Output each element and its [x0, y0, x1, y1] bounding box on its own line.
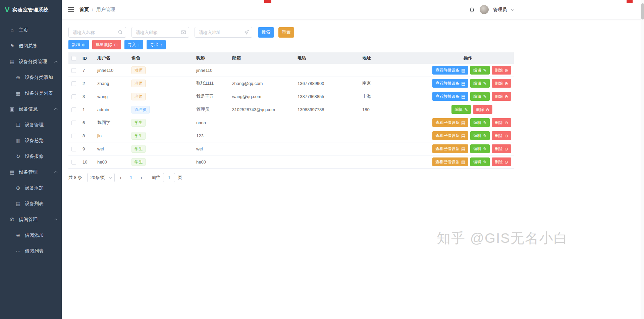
row-checkbox[interactable] — [71, 107, 76, 112]
cell-role: 学生 — [128, 129, 193, 142]
sidebar-item[interactable]: ▤设备管理 — [0, 164, 62, 180]
delete-button[interactable]: 删除 ⊖ — [473, 105, 492, 114]
batch-delete-button[interactable]: 批量删除 ⊖ — [92, 40, 121, 49]
watermark: 知乎 @GIS无名小白 — [437, 229, 568, 247]
sidebar-item[interactable]: ⊕设备分类添加 — [0, 70, 62, 85]
plus-circle-icon: ⊕ — [82, 43, 86, 47]
view-borrowed-devices-button[interactable]: 查看已借设备 ▤ — [432, 144, 468, 153]
row-checkbox[interactable] — [71, 160, 76, 165]
view-borrowed-devices-button[interactable]: 查看已借设备 ▤ — [432, 118, 468, 127]
view-taught-devices-button[interactable]: 查看教授设备 ▤ — [432, 66, 468, 75]
search-button[interactable]: 搜索 — [258, 27, 274, 38]
edit-button[interactable]: 编辑 ✎ — [451, 105, 471, 114]
checkbox-cell — [68, 90, 79, 103]
add-button[interactable]: 新增 ⊕ — [68, 40, 89, 49]
edit-button[interactable]: 编辑 ✎ — [470, 157, 490, 166]
delete-button[interactable]: 删除 ⊖ — [492, 118, 511, 127]
cell-role: 老师 — [128, 77, 193, 90]
cell-nickname: wei — [193, 142, 229, 155]
cell-username: 魏同学 — [94, 116, 128, 129]
breadcrumb-home[interactable]: 首页 — [79, 7, 89, 13]
row-checkbox[interactable] — [71, 81, 76, 86]
sidebar-item[interactable]: ▤设备列表 — [0, 196, 62, 212]
address-input-wrap — [195, 27, 252, 38]
sidebar-item[interactable]: ⌂主页 — [0, 22, 62, 38]
sidebar-item[interactable]: ⋯借阅列表 — [0, 243, 62, 259]
sidebar-item[interactable]: ⚑借阅总览 — [0, 38, 62, 54]
row-checkbox[interactable] — [71, 121, 76, 125]
cell-address — [359, 129, 422, 142]
avatar[interactable] — [480, 5, 489, 14]
column-header: ID — [79, 52, 94, 64]
doc-icon: ▤ — [461, 121, 465, 125]
sidebar-item[interactable]: ▣设备信息 — [0, 101, 62, 117]
edit-button[interactable]: 编辑 ✎ — [470, 131, 490, 140]
cell-username: admin — [94, 103, 128, 116]
view-borrowed-devices-button[interactable]: 查看已借设备 ▤ — [432, 131, 468, 140]
export-button[interactable]: 导出 ↑ — [147, 40, 166, 49]
cell-address: 180 — [359, 103, 422, 116]
sidebar-item[interactable]: ▥设备总览 — [0, 133, 62, 148]
cell-address — [359, 116, 422, 129]
edit-button[interactable]: 编辑 ✎ — [470, 66, 490, 75]
sidebar-item[interactable]: ▦设备分类列表 — [0, 85, 62, 101]
next-page-button[interactable]: › — [136, 175, 146, 180]
cell-actions: 查看教授设备 ▤编辑 ✎删除 ⊖ — [425, 90, 514, 103]
cell-email — [229, 129, 294, 142]
row-checkbox[interactable] — [71, 147, 76, 151]
select-all-cell — [68, 52, 79, 64]
page-size-select[interactable]: 20条/页 — [87, 173, 115, 182]
delete-button[interactable]: 删除 ⊖ — [492, 131, 511, 140]
cell-role: 学生 — [128, 142, 193, 155]
minus-circle-icon: ⊖ — [114, 43, 118, 47]
sidebar-item[interactable]: ✆借阅管理 — [0, 212, 62, 227]
cell-username: jin — [94, 129, 128, 142]
row-checkbox[interactable] — [71, 134, 76, 138]
table-row: 7jinhe110老师jinhe110查看教授设备 ▤编辑 ✎删除 ⊖ — [68, 64, 514, 77]
edit-button[interactable]: 编辑 ✎ — [470, 118, 490, 127]
edit-button[interactable]: 编辑 ✎ — [470, 92, 490, 101]
sidebar-item[interactable]: ⊕借阅添加 — [0, 227, 62, 243]
view-borrowed-devices-button[interactable]: 查看已借设备 ▤ — [432, 157, 468, 166]
column-header: 昵称 — [193, 52, 229, 64]
minus-circle-icon: ⊖ — [504, 94, 508, 99]
page-number[interactable]: 1 — [126, 175, 136, 180]
table-row: 2zhang老师张张1111zhang@qq.com13677889900南京查… — [68, 77, 514, 90]
checkbox-cell — [68, 142, 79, 155]
delete-button[interactable]: 删除 ⊖ — [492, 157, 511, 166]
table-row: 9wei学生wei查看已借设备 ▤编辑 ✎删除 ⊖ — [68, 142, 514, 155]
scrollbar-thumb[interactable] — [641, 3, 644, 19]
sidebar-item[interactable]: ❏设备管理 — [0, 117, 62, 133]
view-taught-devices-button[interactable]: 查看教授设备 ▤ — [432, 92, 468, 101]
sidebar-item[interactable]: ↻设备报修 — [0, 148, 62, 164]
delete-button[interactable]: 删除 ⊖ — [492, 79, 511, 88]
delete-button[interactable]: 删除 ⊖ — [492, 144, 511, 153]
doc-icon: ▤ — [461, 147, 465, 151]
view-taught-devices-button[interactable]: 查看教授设备 ▤ — [432, 79, 468, 88]
delete-button[interactable]: 删除 ⊖ — [492, 66, 511, 75]
row-checkbox[interactable] — [71, 94, 76, 99]
select-all-checkbox[interactable] — [71, 56, 76, 61]
scrollbar[interactable] — [641, 0, 644, 319]
pagination: 共 8 条 20条/页 ‹ 1 › 前往 页 — [68, 173, 644, 182]
chevron-down-icon — [511, 7, 515, 11]
bell-icon[interactable] — [469, 6, 475, 13]
sidebar-item[interactable]: ▤设备分类管理 — [0, 54, 62, 70]
import-button[interactable]: 导入 ↓ — [124, 40, 144, 49]
hamburger-icon[interactable] — [68, 7, 74, 12]
doc-icon: ▤ — [461, 68, 465, 73]
sidebar-item-label: 设备管理 — [25, 122, 57, 128]
arrow-up-icon: ↑ — [160, 43, 162, 47]
edit-button[interactable]: 编辑 ✎ — [470, 144, 490, 153]
delete-button[interactable]: 删除 ⊖ — [492, 92, 511, 101]
sidebar-item[interactable]: ⊕设备添加 — [0, 180, 62, 196]
cell-role: 学生 — [128, 116, 193, 129]
edit-button[interactable]: 编辑 ✎ — [470, 79, 490, 88]
goto-page-input[interactable] — [163, 173, 175, 182]
reset-button[interactable]: 重置 — [278, 27, 294, 38]
cell-email — [229, 142, 294, 155]
row-checkbox[interactable] — [71, 68, 76, 73]
prev-page-button[interactable]: ‹ — [115, 175, 125, 180]
user-name[interactable]: 管理员 — [493, 7, 507, 13]
cell-username: he00 — [94, 155, 128, 169]
